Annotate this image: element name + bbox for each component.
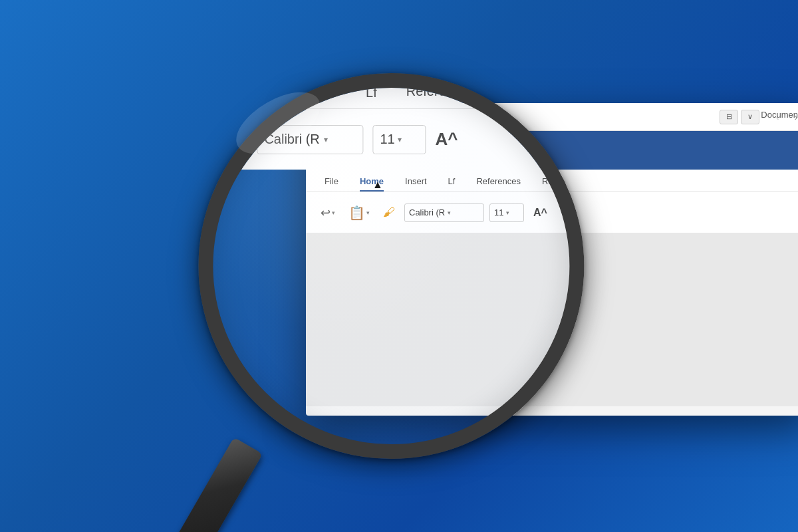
word-window: ⊟ ∨ ‹ › Documen Word Documen - Save File…	[306, 103, 798, 416]
maximize-button[interactable]	[342, 112, 350, 121]
ribbon-tabs: File Home Insert Lf References Re ▲	[306, 170, 798, 192]
clipboard-button[interactable]: 📋 ▾	[344, 202, 374, 223]
minimize-button[interactable]	[328, 112, 336, 121]
title-bar: ⊟ ∨ ‹ › Documen	[306, 103, 798, 131]
clipboard-icon: 📋	[348, 205, 365, 221]
size-dropdown-arrow: ▾	[506, 209, 509, 216]
undo-icon: ↩	[321, 205, 331, 220]
cursor-icon: ▲	[372, 179, 383, 191]
tab-layout[interactable]: Lf	[438, 172, 466, 192]
font-dropdown-arrow: ▾	[448, 209, 451, 216]
document-area	[306, 233, 798, 406]
clipboard-group: 📋 ▾	[344, 202, 374, 223]
chevron-down-icon[interactable]: ∨	[741, 110, 759, 124]
undo-group: ↩ ▾	[317, 202, 339, 223]
font-size-label: 11	[494, 207, 503, 217]
undo-button[interactable]: ↩ ▾	[317, 202, 339, 223]
tab-file[interactable]: File	[314, 172, 349, 192]
font-grow-button[interactable]: A^	[529, 202, 551, 223]
paint-icon: 🖌	[383, 205, 395, 219]
font-size-dropdown[interactable]: 11 ▾	[489, 203, 524, 222]
toolbar: ↩ ▾ 📋 ▾ 🖌 Calibri (R ▾ 11 ▾ A^	[306, 192, 798, 233]
window-title: Documen	[761, 110, 798, 120]
tab-references[interactable]: References	[466, 172, 531, 192]
document-title: Documen - Save	[410, 145, 485, 156]
font-name-dropdown[interactable]: Calibri (R ▾	[404, 203, 484, 222]
app-grid-icon[interactable]	[317, 143, 331, 158]
close-button[interactable]	[314, 112, 323, 121]
font-name-label: Calibri (R	[409, 207, 445, 217]
undo-dropdown-arrow: ▾	[332, 209, 335, 216]
font-grow-icon: A^	[533, 207, 547, 219]
paint-group: 🖌	[379, 202, 399, 223]
format-painter-button[interactable]: 🖌	[379, 202, 399, 223]
tab-extra[interactable]: Re	[531, 172, 564, 192]
tab-insert[interactable]: Insert	[394, 172, 438, 192]
app-name: Word	[342, 136, 400, 164]
sidebar-toggle-button[interactable]: ⊟	[720, 110, 738, 124]
word-header-bar: Word Documen - Save	[306, 131, 798, 170]
clipboard-dropdown-arrow: ▾	[366, 209, 370, 216]
